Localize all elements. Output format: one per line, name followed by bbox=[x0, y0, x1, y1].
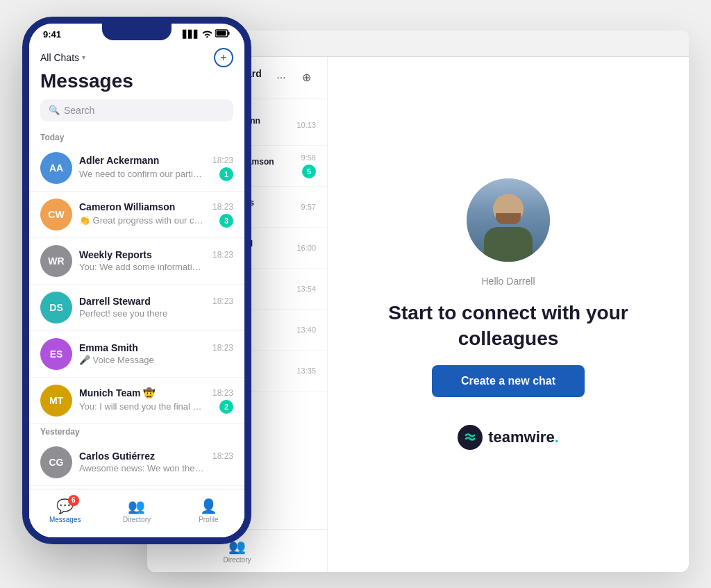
chevron-down-icon: ▾ bbox=[82, 53, 85, 61]
create-new-chat-button[interactable]: Create a new chat bbox=[432, 365, 585, 397]
phone-tab-bar: 6 💬 Messages 👥 Directory 👤 Profile bbox=[29, 489, 244, 537]
chat-preview: You: I will send you the final docum... bbox=[79, 401, 204, 412]
scene: DS Darrell Steward Always connected ··· … bbox=[22, 17, 689, 572]
welcome-user-avatar bbox=[467, 178, 550, 262]
new-chat-icon[interactable]: ⊕ bbox=[296, 68, 316, 87]
search-icon: 🔍 bbox=[49, 105, 60, 115]
chat-item-darrell[interactable]: DS Darrell Steward 18:23 Perfect! see yo… bbox=[29, 285, 244, 331]
chat-name: Munich Team 🤠 bbox=[79, 387, 155, 398]
tab-directory[interactable]: 👥 Directory bbox=[101, 495, 172, 526]
phone-messages-header: All Chats ▾ + bbox=[29, 42, 244, 67]
unread-badge: 2 bbox=[219, 400, 233, 414]
phone-content: All Chats ▾ + Messages 🔍 Search Today bbox=[29, 42, 244, 537]
person-body bbox=[484, 227, 533, 262]
chat-preview: 👏 Great progress with our clients!... bbox=[79, 215, 204, 226]
chat-name: Emma Smith bbox=[79, 342, 138, 353]
chat-time: 18:23 bbox=[212, 250, 233, 260]
directory-tab-icon: 👥 bbox=[128, 498, 145, 514]
unread-badge: 3 bbox=[219, 214, 233, 228]
desktop-main-area: Hello Darrell Start to connect with your… bbox=[328, 57, 689, 572]
avatar-emma: ES bbox=[40, 338, 72, 370]
teamwire-name: teamwire. bbox=[488, 428, 559, 446]
battery-icon bbox=[215, 29, 231, 39]
search-bar[interactable]: 🔍 Search bbox=[40, 99, 233, 121]
directory-tab-label: Directory bbox=[123, 516, 151, 523]
messages-tab-label: Messages bbox=[49, 516, 81, 523]
avatar-weekly: WR bbox=[40, 245, 72, 277]
chat-name: Cameron Williamson bbox=[79, 201, 175, 212]
phone-device: 9:41 ▋▋▋ bbox=[22, 17, 251, 544]
yesterday-section-label: Yesterday bbox=[29, 424, 244, 439]
search-placeholder: Search bbox=[64, 105, 94, 116]
chat-time: 18:23 bbox=[212, 156, 233, 165]
chat-item-weekly[interactable]: WR Weekly Reports 18:23 You: We add some… bbox=[29, 238, 244, 285]
chat-item-adler[interactable]: AA Adler Ackermann 18:23 We need to conf… bbox=[29, 145, 244, 192]
svg-point-0 bbox=[463, 430, 477, 444]
tab-messages[interactable]: 6 💬 Messages bbox=[29, 495, 101, 526]
all-chats-selector[interactable]: All Chats ▾ bbox=[40, 52, 85, 63]
chat-name: Carlos Gutiérrez bbox=[79, 451, 155, 462]
chat-name: Adler Ackermann bbox=[79, 155, 159, 166]
chat-time: 18:23 bbox=[212, 202, 233, 212]
avatar-cameron: CW bbox=[40, 199, 72, 230]
avatar-adler: AA bbox=[40, 152, 72, 184]
chat-time: 18:23 bbox=[212, 451, 233, 461]
hello-greeting: Hello Darrell bbox=[481, 276, 535, 287]
unread-badge: 5 bbox=[302, 165, 316, 178]
signal-icon: ▋▋▋ bbox=[183, 30, 199, 39]
tab-profile[interactable]: 👤 Profile bbox=[173, 495, 244, 526]
chat-item-emma[interactable]: ES Emma Smith 18:23 🎤 Voice Message bbox=[29, 331, 244, 378]
teamwire-dot: . bbox=[555, 428, 559, 446]
avatar-darrell: DS bbox=[40, 292, 72, 324]
chat-preview: 🎤 Voice Message bbox=[79, 355, 154, 365]
welcome-title: Start to connect with your colleagues bbox=[356, 301, 661, 351]
status-icons: ▋▋▋ bbox=[183, 29, 231, 39]
chat-preview: You: We add some information abo... bbox=[79, 262, 204, 272]
svg-rect-2 bbox=[228, 32, 230, 35]
svg-rect-3 bbox=[217, 31, 226, 36]
chat-name: Weekly Reports bbox=[79, 249, 152, 260]
chat-preview: We need to confirm our participa... bbox=[79, 169, 204, 179]
desktop-header-icons: ··· ⊕ bbox=[271, 68, 316, 87]
person-illustration bbox=[467, 178, 550, 262]
chat-list: Today AA Adler Ackermann 18:23 bbox=[29, 130, 244, 489]
chat-item-cameron[interactable]: CW Cameron Williamson 18:23 👏 Great prog… bbox=[29, 192, 244, 238]
chat-item-carlos[interactable]: CG Carlos Gutiérrez 18:23 Awesome news: … bbox=[29, 439, 244, 486]
new-chat-button[interactable]: + bbox=[214, 48, 233, 67]
avatar-carlos: CG bbox=[40, 446, 72, 478]
unread-badge: 1 bbox=[219, 167, 233, 181]
messages-tab-badge: 6 bbox=[68, 495, 79, 506]
chat-preview: Perfect! see you there bbox=[79, 308, 167, 319]
chat-item-munich[interactable]: MT Munich Team 🤠 18:23 You: I will send … bbox=[29, 378, 244, 424]
more-options-icon[interactable]: ··· bbox=[271, 68, 291, 87]
all-chats-label: All Chats bbox=[40, 52, 79, 63]
chat-name: Darrell Steward bbox=[79, 296, 151, 307]
chat-preview: Awesome news: We won the pitch! bbox=[79, 463, 204, 473]
chat-time: 18:23 bbox=[212, 388, 233, 398]
teamwire-logo: teamwire. bbox=[458, 425, 559, 450]
chat-time: 18:23 bbox=[212, 343, 233, 353]
teamwire-icon bbox=[458, 425, 483, 450]
messages-title: Messages bbox=[29, 67, 244, 99]
phone-frame: 9:41 ▋▋▋ bbox=[22, 17, 251, 544]
wifi-icon bbox=[202, 29, 212, 39]
today-section-label: Today bbox=[29, 130, 244, 145]
person-beard bbox=[496, 213, 521, 224]
chat-time: 18:23 bbox=[212, 296, 233, 306]
profile-tab-icon: 👤 bbox=[200, 498, 217, 514]
status-time: 9:41 bbox=[43, 29, 61, 40]
profile-tab-label: Profile bbox=[199, 516, 218, 523]
avatar-munich: MT bbox=[40, 385, 72, 417]
phone-notch bbox=[102, 24, 172, 40]
